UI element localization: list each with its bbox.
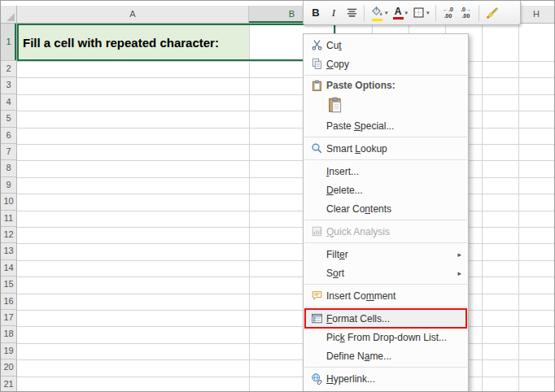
menu-item-clear-contents[interactable]: Clear Contents — [304, 199, 468, 218]
menu-item-filter[interactable]: Filter▸ — [304, 245, 468, 264]
toolbar-font-color-button[interactable]: A▾ — [391, 2, 410, 23]
fill-color-bar — [372, 19, 382, 21]
gridline-horizontal — [17, 160, 554, 161]
menu-item-copy[interactable]: Copy — [304, 54, 468, 73]
italic-icon: I — [332, 7, 335, 19]
menu-separator — [304, 242, 467, 243]
gridline-horizontal — [17, 377, 554, 377]
toolbar-format-painter-button[interactable] — [483, 2, 500, 23]
menu-item-label: Copy — [326, 59, 461, 70]
gridline-horizontal — [17, 144, 554, 145]
scissors-icon — [307, 39, 326, 51]
menu-separator — [304, 75, 467, 76]
menu-item-format-cells[interactable]: Format Cells... — [304, 309, 468, 328]
toolbar-borders-button[interactable]: ▾ — [411, 2, 431, 23]
menu-item-label: Format Cells... — [326, 313, 461, 324]
menu-item-label: Insert... — [326, 166, 461, 177]
menu-item-hyperlink[interactable]: Hyperlink... — [304, 369, 468, 388]
brush-icon — [485, 7, 498, 20]
clipboard-icon — [307, 80, 326, 92]
context-menu: CutCopyPaste Options:Paste Special...Sma… — [303, 33, 469, 392]
menu-item-cut[interactable]: Cut — [304, 36, 468, 54]
submenu-arrow-icon: ▸ — [457, 269, 461, 277]
gridline-horizontal — [17, 177, 554, 178]
gridline-horizontal — [17, 227, 554, 228]
menu-separator — [304, 220, 467, 220]
align-icon — [346, 7, 358, 19]
gridline-horizontal — [17, 111, 554, 111]
quick-icon — [307, 225, 326, 237]
gridline-horizontal — [17, 94, 554, 95]
menu-item-label: Hyperlink... — [326, 373, 461, 385]
gridline-horizontal — [17, 310, 554, 311]
menu-item-label: Paste Special... — [326, 120, 461, 132]
inc-decimal-icon: ←.0.00 — [443, 7, 453, 20]
dec-decimal-icon: .0→.00 — [461, 7, 471, 20]
menu-item-smart-lookup[interactable]: Smart Lookup — [304, 139, 468, 158]
menu-item-paste-special[interactable]: Paste Special... — [304, 116, 468, 135]
menu-item-delete[interactable]: Delete... — [304, 181, 468, 199]
menu-item-quick-analysis[interactable]: Quick Analysis — [304, 222, 468, 241]
gridline-horizontal — [17, 260, 554, 261]
cell-a1[interactable]: Fill a cell with repeated character: — [18, 24, 249, 61]
menu-item-sort[interactable]: Sort▸ — [304, 264, 468, 282]
gridline-horizontal — [17, 77, 554, 78]
menu-separator — [304, 284, 467, 285]
menu-separator — [304, 137, 467, 137]
menu-item-label: Insert Comment — [326, 290, 461, 302]
menu-item-define-name[interactable]: Define Name... — [304, 346, 468, 365]
toolbar-bold-button[interactable]: B — [308, 2, 324, 23]
menu-item-insert[interactable]: Insert... — [304, 162, 468, 181]
gridline-horizontal — [17, 343, 554, 344]
gridline-horizontal — [17, 294, 554, 294]
excel-window: ABCDEFGH 1234567891011121314151617181920… — [0, 0, 555, 392]
bold-icon: B — [312, 7, 319, 19]
gridline-horizontal — [17, 61, 554, 62]
copy-icon — [307, 58, 326, 70]
font-color-bar — [393, 17, 404, 20]
paste-options-row — [304, 94, 468, 116]
menu-label-paste-options: Paste Options: — [304, 77, 468, 94]
gridline-horizontal — [17, 211, 554, 211]
gridline-vertical — [518, 24, 519, 391]
menu-separator — [304, 159, 467, 160]
menu-item-label: Filter — [326, 249, 457, 260]
toolbar-separator — [479, 5, 479, 21]
comment-icon — [307, 290, 326, 302]
menu-item-label: Pick From Drop-down List... — [326, 332, 461, 343]
gridline-horizontal — [17, 277, 554, 277]
menu-item-insert-comment[interactable]: Insert Comment — [304, 286, 468, 305]
submenu-arrow-icon: ▸ — [457, 250, 461, 259]
toolbar-align-center-button[interactable] — [343, 2, 360, 23]
gridline-horizontal — [17, 194, 554, 194]
font-color-icon: A — [393, 7, 404, 20]
gridline-horizontal — [17, 359, 554, 360]
gridline-horizontal — [17, 128, 554, 128]
gridline-vertical — [482, 24, 483, 391]
gridline-vertical — [249, 24, 250, 391]
dropdown-caret-icon[interactable]: ▾ — [385, 10, 388, 16]
hyperlink-icon — [307, 372, 326, 385]
menu-item-label: Cut — [326, 40, 461, 51]
menu-item-pick-from-drop-down-list[interactable]: Pick From Drop-down List... — [304, 328, 468, 346]
menu-item-label: Delete... — [326, 185, 461, 196]
toolbar-increase-decimal-button[interactable]: ←.0.00 — [440, 2, 457, 23]
toolbar-italic-button[interactable]: I — [326, 2, 342, 23]
paste-option-paste-button[interactable] — [325, 94, 346, 115]
lookup-icon — [307, 142, 326, 155]
toolbar-separator — [364, 5, 365, 21]
mini-toolbar: BI▾A▾▾←.0.00.0→.00 — [303, 1, 521, 25]
borders-icon — [413, 7, 425, 19]
format-cells-icon — [307, 312, 326, 324]
menu-item-label: Clear Contents — [326, 203, 461, 215]
gridline-horizontal — [17, 326, 554, 327]
toolbar-fill-color-button[interactable]: ▾ — [369, 2, 390, 23]
toolbar-decrease-decimal-button[interactable]: .0→.00 — [458, 2, 474, 23]
menu-item-label: Quick Analysis — [326, 226, 461, 237]
dropdown-caret-icon[interactable]: ▾ — [426, 10, 430, 16]
gridline-horizontal — [17, 243, 554, 244]
menu-separator — [304, 367, 467, 368]
dropdown-caret-icon[interactable]: ▾ — [405, 10, 409, 16]
menu-item-label: Smart Lookup — [326, 143, 461, 155]
cell-a1-text: Fill a cell with repeated character: — [23, 36, 219, 50]
